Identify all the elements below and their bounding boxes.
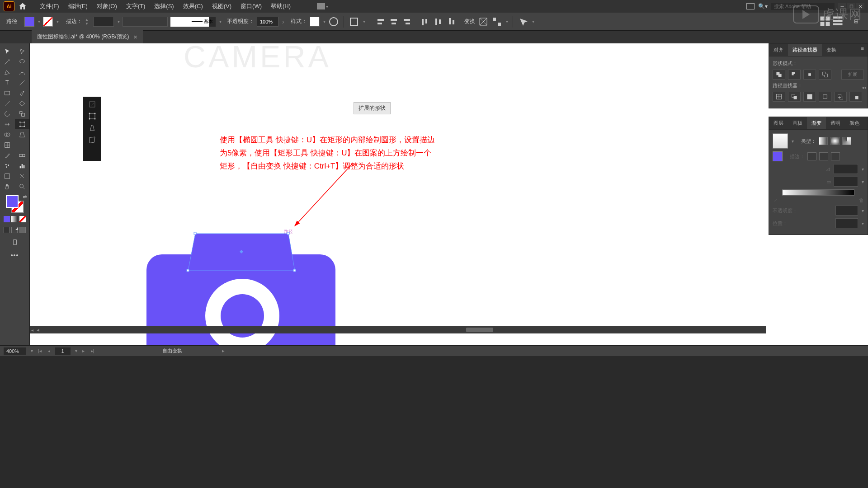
color-mode-solid[interactable] xyxy=(4,216,10,222)
prev-artboard-icon[interactable]: ◂ xyxy=(47,348,52,353)
magic-wand-tool[interactable] xyxy=(0,56,15,67)
gradient-location-field[interactable] xyxy=(835,218,858,228)
pf-exclude-icon[interactable] xyxy=(819,70,831,80)
color-tab[interactable]: 颜色 xyxy=(845,117,864,129)
stroke-color-swatch[interactable] xyxy=(43,17,53,27)
gradient-aspect-field[interactable] xyxy=(834,177,858,187)
gradient-swatch[interactable] xyxy=(773,133,788,149)
next-artboard-icon[interactable]: ▸ xyxy=(81,348,86,353)
artboard-number-field[interactable]: 1 xyxy=(55,347,71,355)
ft-free-icon[interactable] xyxy=(86,111,98,121)
gradient-slider[interactable] xyxy=(782,189,854,196)
document-tab[interactable]: 面性图标绘制.ai* @ 400% (RGB/预览) × xyxy=(32,30,143,43)
selection-tool[interactable] xyxy=(0,46,15,56)
align-vcenter-icon[interactable] xyxy=(433,16,443,27)
last-artboard-icon[interactable]: ▸| xyxy=(90,348,96,353)
pf-minus-front-icon[interactable] xyxy=(788,70,801,80)
line-tool[interactable] xyxy=(15,77,30,88)
curvature-tool[interactable] xyxy=(15,67,30,77)
zoom-dropdown-icon[interactable]: ▾ xyxy=(31,348,33,353)
align-right-icon[interactable] xyxy=(402,16,413,27)
eyedropper-tool[interactable] xyxy=(0,150,15,160)
expand-shape-button[interactable]: 扩展的形状 xyxy=(354,102,391,114)
color-theme-control[interactable]: ▾ xyxy=(309,3,328,9)
stroke-apply-across[interactable] xyxy=(831,152,840,160)
fill-color-swatch[interactable] xyxy=(24,17,34,27)
edit-toolbar-tool[interactable] xyxy=(7,237,22,247)
menu-select[interactable]: 选择(S) xyxy=(150,0,178,12)
pf-divide-icon[interactable] xyxy=(773,92,785,102)
transparency-tab[interactable]: 透明 xyxy=(826,117,845,129)
align-left-icon[interactable] xyxy=(375,16,386,27)
artboards-tab[interactable]: 画板 xyxy=(788,117,807,129)
align-top-icon[interactable] xyxy=(419,16,430,27)
pf-unite-icon[interactable] xyxy=(773,70,785,80)
canvas[interactable]: CAMERA 扩展的形状 使用【椭圆工具 快捷键：U】在矩形的内部绘制圆形，设置… xyxy=(30,43,868,345)
align-hcenter-icon[interactable] xyxy=(388,16,399,27)
artboard-tool[interactable] xyxy=(0,171,15,181)
edit-similar-icon[interactable] xyxy=(491,16,502,27)
tab-close-icon[interactable]: × xyxy=(134,33,137,41)
pf-merge-icon[interactable] xyxy=(803,92,816,102)
stroke-apply-along[interactable] xyxy=(819,152,828,160)
menu-file[interactable]: 文件(F) xyxy=(35,0,64,12)
gradient-dropdown-icon[interactable]: ▾ xyxy=(792,139,794,144)
layers-tab[interactable]: 图层 xyxy=(769,117,788,129)
ft-distort-icon[interactable] xyxy=(86,135,98,145)
status-play-icon[interactable]: ▸ xyxy=(222,348,225,354)
brush-definition-dropdown[interactable]: ━━━━ 基本 xyxy=(170,17,216,27)
menu-view[interactable]: 视图(V) xyxy=(208,0,236,12)
first-artboard-icon[interactable]: |◂ xyxy=(37,348,43,353)
pf-trim-icon[interactable] xyxy=(788,92,801,102)
shaper-tool[interactable] xyxy=(0,98,15,108)
direct-selection-tool[interactable] xyxy=(15,46,30,56)
rectangle-tool[interactable] xyxy=(0,88,15,98)
zoom-tool[interactable] xyxy=(15,181,30,192)
width-tool[interactable] xyxy=(0,119,15,129)
eraser-tool[interactable] xyxy=(15,98,30,108)
scroll-left-icon[interactable]: ◂ xyxy=(30,328,35,333)
ft-perspective-icon[interactable] xyxy=(86,123,98,133)
stroke-profile-dropdown[interactable] xyxy=(123,17,168,27)
column-graph-tool[interactable] xyxy=(15,160,30,171)
scrollbar-thumb[interactable] xyxy=(466,328,493,332)
fill-stroke-swatch[interactable]: ⇄ xyxy=(6,195,24,213)
shape-builder-tool[interactable] xyxy=(0,129,15,140)
stroke-apply-within[interactable] xyxy=(807,152,816,160)
symbol-sprayer-tool[interactable] xyxy=(0,160,15,171)
blend-tool[interactable] xyxy=(15,150,30,160)
gradient-fill-swatch[interactable] xyxy=(773,151,783,161)
opacity-field[interactable]: 100% xyxy=(257,17,278,27)
pathfinder-tab[interactable]: 路径查找器 xyxy=(788,44,822,56)
gradient-tool[interactable] xyxy=(15,140,30,150)
slice-tool[interactable] xyxy=(15,171,30,181)
home-icon[interactable] xyxy=(18,2,27,11)
gradient-tab[interactable]: 渐变 xyxy=(807,117,826,129)
stroke-width-field[interactable] xyxy=(93,17,114,27)
pf-expand-button[interactable]: 扩展 xyxy=(841,70,864,80)
pf-minus-back-icon[interactable] xyxy=(849,92,862,102)
paintbrush-tool[interactable] xyxy=(15,88,30,98)
gradient-angle-field[interactable] xyxy=(834,164,858,174)
align-bottom-icon[interactable] xyxy=(446,16,457,27)
gradient-eyedropper-icon[interactable]: ⟋ xyxy=(773,197,778,203)
recolor-icon[interactable] xyxy=(328,16,339,27)
hand-tool[interactable] xyxy=(0,181,15,192)
menu-window[interactable]: 窗口(W) xyxy=(236,0,266,12)
ft-constrain-icon[interactable] xyxy=(86,99,98,109)
perspective-tool[interactable] xyxy=(15,129,30,140)
screen-mode-full[interactable]: ◢ xyxy=(11,227,18,233)
rotate-tool[interactable] xyxy=(0,108,15,119)
screen-mode-normal[interactable] xyxy=(4,227,10,233)
gradient-opacity-field[interactable] xyxy=(835,206,858,216)
menu-object[interactable]: 对象(O) xyxy=(92,0,122,12)
isolate-icon[interactable] xyxy=(478,16,489,27)
menu-edit[interactable]: 编辑(E) xyxy=(64,0,92,12)
menu-help[interactable]: 帮助(H) xyxy=(266,0,295,12)
stroke-dropdown-icon[interactable]: ▾ xyxy=(57,19,59,24)
search-icon[interactable]: 🔍▾ xyxy=(758,3,768,9)
menu-effect[interactable]: 效果(C) xyxy=(179,0,208,12)
select-similar-icon[interactable] xyxy=(518,16,528,27)
pf-intersect-icon[interactable] xyxy=(803,70,816,80)
color-mode-none[interactable] xyxy=(19,216,26,222)
